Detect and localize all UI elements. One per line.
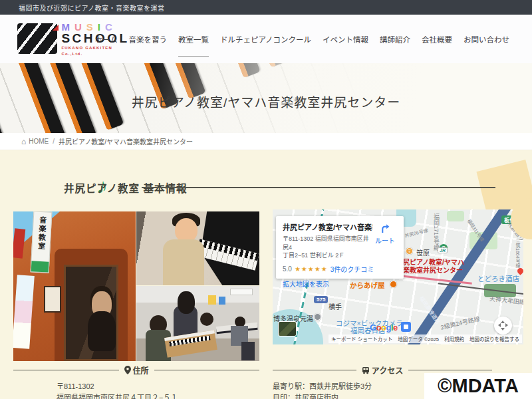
breadcrumb-separator: / <box>53 138 55 145</box>
page-title: 井尻ピアノ教室/ヤマハ音楽教室井尻センター <box>132 92 401 110</box>
watermark-text: ©MDATA <box>438 375 519 397</box>
map-card-title[interactable]: 井尻ピアノ教室/ヤマハ音楽教... <box>283 221 372 232</box>
map-park-3 <box>447 211 464 221</box>
pan-control[interactable] <box>494 317 512 334</box>
map-info-card: 井尻ピアノ教室/ヤマハ音楽教... 〒811-1302 福岡県福岡市南区井尻4丁… <box>276 216 404 279</box>
directions-button[interactable]: ルート <box>372 223 398 246</box>
address-section: 住所 〒811-1302 福岡県福岡市南区井尻４丁目２−５１ <box>13 364 259 399</box>
nav-item[interactable]: 教室一覧 <box>178 31 209 47</box>
breadcrumb-current: 井尻ピアノ教室/ヤマハ音楽教室井尻センター <box>59 136 193 146</box>
directions-icon <box>380 223 391 234</box>
announcement-bar: 福岡市及び近郊にピアノ教室・音楽教室を運営 <box>0 0 532 15</box>
announcement-text: 福岡市及び近郊にピアノ教室・音楽教室を運営 <box>19 3 165 13</box>
logo-mark-icon <box>17 23 57 54</box>
directions-label: ルート <box>375 237 395 245</box>
map-onsen-icon[interactable] <box>314 313 321 321</box>
photo-building-exterior: 音楽教室 <box>13 211 136 361</box>
reviews-link[interactable]: 3件のクチコミ <box>331 264 374 274</box>
view-larger-map-link[interactable]: 拡大地図を表示 <box>283 279 398 289</box>
access-heading: アクセス <box>372 364 403 376</box>
satellite-toggle[interactable] <box>278 321 297 336</box>
nav-item[interactable]: ドルチェピアノコンクール <box>220 31 311 47</box>
main-nav: ホーム音楽を習う教室一覧ドルチェピアノコンクールイベント情報講師紹介会社概要お問… <box>94 15 509 63</box>
bus-icon <box>362 366 370 374</box>
nav-item[interactable]: ホーム <box>94 31 117 47</box>
rating-stars: ★★★★★ <box>295 265 328 273</box>
photo-boy-at-piano <box>136 211 259 285</box>
photo-collage: 音楽教室 <box>13 211 259 361</box>
map-label-road1664: 三筑1664号線 <box>514 239 521 268</box>
map-data-label: 地図データ ©2025 <box>398 335 439 342</box>
hero-banner: 井尻ピアノ教室/ヤマハ音楽教室井尻センター <box>0 63 532 133</box>
nav-item[interactable]: お問い合わせ <box>464 31 509 47</box>
rating-score: 5.0 <box>283 265 292 273</box>
building-sign-text: 音楽教室 <box>35 216 48 251</box>
postal-code: 〒811-1302 <box>57 381 259 392</box>
google-logo[interactable]: Google <box>370 323 398 332</box>
page: 福岡市及び近郊にピアノ教室・音楽教室を運営 MUSIC SCHOOL FUKAN… <box>0 0 532 399</box>
nav-item[interactable]: イベント情報 <box>323 31 368 47</box>
section-rule <box>142 187 495 188</box>
site-header: MUSIC SCHOOL FUKANO GAKKITEN Co.,Ltd. ホー… <box>0 15 532 63</box>
transit-icon[interactable] <box>401 322 411 332</box>
map-badge-575: 575 <box>314 296 328 303</box>
address-line: 福岡県福岡市南区井尻４丁目２−５１ <box>57 392 259 399</box>
photo-classroom <box>136 286 259 361</box>
address-text: 〒811-1302 福岡県福岡市南区井尻４丁目２−５１ <box>57 381 259 399</box>
jr-station-icon: JR <box>438 247 448 253</box>
map-post-office-icon[interactable]: 〒 <box>406 247 413 255</box>
home-icon: ⌂ <box>21 138 26 146</box>
address-heading: 住所 <box>133 364 149 376</box>
breadcrumb-home-link[interactable]: HOME <box>29 138 49 145</box>
report-error-link[interactable]: 地図の誤りを報告する <box>469 335 519 342</box>
map-card-address: 〒811-1302 福岡県福岡市南区井尻4丁目2−51 世利ビル 2Ｆ <box>283 235 370 260</box>
map-attribution: キーボード ショートカット 地図データ ©2025 利用規約 地図の誤りを報告す… <box>329 334 522 343</box>
rating-row: 5.0 ★★★★★ 3件のクチコミ <box>283 264 398 274</box>
watermark-box: ©MDATA <box>424 373 532 399</box>
map-label-yokote: 横手 <box>329 301 342 311</box>
map-label-poi-main: 井尻ピアノ教室/ヤマハ音楽教室井尻センター <box>396 259 464 274</box>
building-sign: 音楽教室 <box>31 211 53 273</box>
terms-link[interactable]: 利用規約 <box>444 335 464 342</box>
google-map[interactable]: 福岡1719号線 井尻06号線 板付 筑紫通り C 福岡311号線 三筑1664… <box>273 209 523 344</box>
nav-item[interactable]: 会社概要 <box>422 31 452 47</box>
map-pin-icon <box>124 366 131 374</box>
nav-item[interactable]: 音楽を習う <box>129 31 168 47</box>
nav-item[interactable]: 講師紹介 <box>380 31 410 47</box>
breadcrumb: ⌂ HOME / 井尻ピアノ教室/ヤマハ音楽教室井尻センター <box>0 133 532 150</box>
map-label-todoroki: とどろき酒店 <box>477 273 519 283</box>
address-heading-row: 住所 <box>13 364 259 376</box>
map-label-sasabaru: 笹原 <box>416 247 430 257</box>
keyboard-shortcuts-link[interactable]: キーボード ショートカット <box>331 335 392 342</box>
